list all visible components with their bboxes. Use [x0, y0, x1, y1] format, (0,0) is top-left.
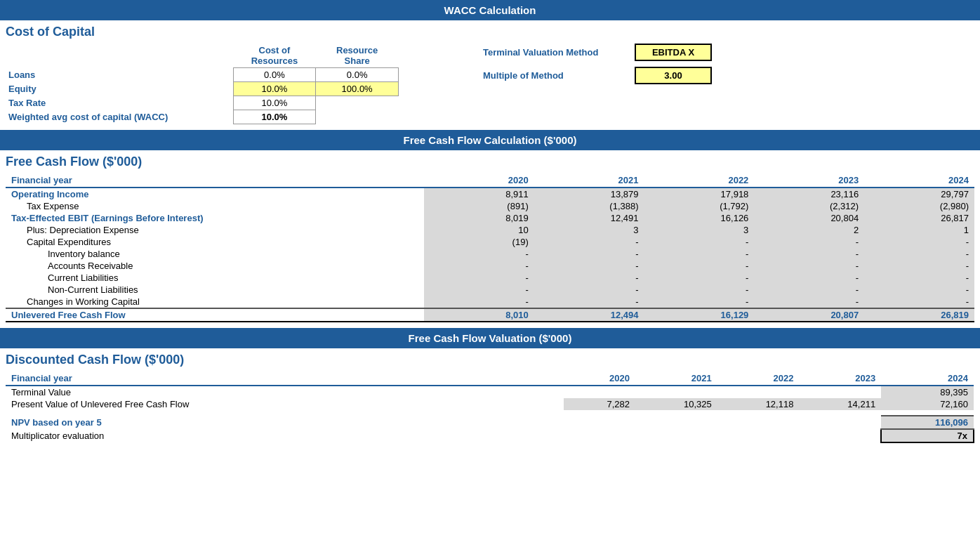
- fcf-val-8-1: -: [534, 272, 644, 284]
- fcf-val-4-1: 3: [534, 224, 644, 236]
- dcf-val-4-1: [635, 416, 717, 429]
- fcf-val-4-4: 1: [864, 224, 974, 236]
- fcf-col-2021: 2021: [534, 173, 644, 188]
- fcf-val-5-0: (19): [424, 236, 534, 248]
- col-header-cost: Cost ofResources: [233, 44, 316, 68]
- fcf-val-8-2: -: [644, 272, 755, 284]
- fcf-label-1: Operating Income: [6, 188, 424, 200]
- cost-row-cost-0: 0.0%: [233, 68, 316, 82]
- fcf-val-10-3: -: [754, 296, 864, 308]
- fcf-label-4: Plus: Depreciation Expense: [6, 224, 424, 236]
- fcf-label-7: Accounts Receivable: [6, 260, 424, 272]
- fcf-val-5-4: -: [864, 236, 974, 248]
- fcf-val-9-0: -: [424, 284, 534, 296]
- fcf-val-10-0: -: [424, 296, 534, 308]
- wacc-header: WACC Calculation: [0, 0, 980, 20]
- fcf-val-11-3: 20,807: [754, 308, 864, 322]
- fcf-val-9-1: -: [534, 284, 644, 296]
- fcf-val-6-0: -: [424, 248, 534, 260]
- fcf-val-4-2: 3: [644, 224, 755, 236]
- dcf-label-1: Terminal Value: [6, 386, 564, 398]
- cost-row-label-2: Tax Rate: [6, 96, 233, 110]
- cost-row-label-3: Weighted avg cost of capital (WACC): [6, 110, 233, 124]
- fcf-val-1-3: 23,116: [754, 188, 864, 200]
- fcf-table: Financial year 2020 2021 2022 2023 2024 …: [6, 173, 974, 322]
- fcf-val-11-1: 12,494: [534, 308, 644, 322]
- fcf-val-11-0: 8,010: [424, 308, 534, 322]
- fcf-val-1-2: 17,918: [644, 188, 755, 200]
- fcf-col-2023: 2023: [754, 173, 864, 188]
- dcf-val-1-0: [564, 386, 635, 398]
- fcf-val-3-1: 12,491: [534, 212, 644, 224]
- fcf-val-header: Free Cash Flow Valuation ($'000): [0, 328, 980, 348]
- terminal-method-value: EBITDA X: [635, 44, 712, 61]
- fcf-val-8-3: -: [754, 272, 864, 284]
- dcf-header-2: 2022: [717, 372, 800, 386]
- dcf-header-3: 2023: [799, 372, 881, 386]
- fcf-val-5-3: -: [754, 236, 864, 248]
- fcf-val-4-0: 10: [424, 224, 534, 236]
- fcf-val-3-3: 20,804: [754, 212, 864, 224]
- fcf-val-7-2: -: [644, 260, 755, 272]
- terminal-method-label: Terminal Valuation Method: [483, 47, 623, 58]
- cost-row-cost-3: 10.0%: [233, 110, 316, 124]
- fcf-col-2020: 2020: [424, 173, 534, 188]
- dcf-val-1-3: [799, 386, 881, 398]
- col-header-share: ResourceShare: [316, 44, 399, 68]
- dcf-val-5-2: [717, 429, 800, 442]
- dcf-val-4-2: [717, 416, 800, 429]
- fcf-val-7-1: -: [534, 260, 644, 272]
- fcf-label-6: Inventory balance: [6, 248, 424, 260]
- fcf-val-9-4: -: [864, 284, 974, 296]
- dcf-val-2-3: 14,211: [799, 398, 881, 410]
- fcf-val-7-3: -: [754, 260, 864, 272]
- terminal-multiple-value: 3.00: [635, 67, 712, 84]
- cost-row-label-0: Loans: [6, 68, 233, 82]
- fcf-val-6-4: -: [864, 248, 974, 260]
- dcf-header-1: 2021: [635, 372, 717, 386]
- dcf-val-1-1: [635, 386, 717, 398]
- fcf-val-2-2: (1,792): [644, 200, 755, 212]
- fcf-val-8-0: -: [424, 272, 534, 284]
- fcf-val-11-2: 16,129: [644, 308, 755, 322]
- dcf-section-title: Discounted Cash Flow ($'000): [0, 348, 980, 369]
- dcf-table: Financial year20202021202220232024Termin…: [6, 372, 974, 443]
- fcf-val-10-4: -: [864, 296, 974, 308]
- fcf-val-3-2: 16,126: [644, 212, 755, 224]
- terminal-section: Terminal Valuation Method EBITDA X Multi…: [483, 44, 712, 84]
- dcf-label-2: Present Value of Unlevered Free Cash Flo…: [6, 398, 564, 410]
- dcf-header-label: Financial year: [6, 372, 564, 386]
- fcf-val-11-4: 26,819: [864, 308, 974, 322]
- dcf-val-5-0: [564, 429, 635, 442]
- dcf-label-4: NPV based on year 5: [6, 416, 564, 429]
- cost-row-share-1: 100.0%: [316, 82, 399, 96]
- fcf-val-8-4: -: [864, 272, 974, 284]
- fcf-val-5-2: -: [644, 236, 755, 248]
- fcf-val-2-0: (891): [424, 200, 534, 212]
- dcf-val-2-0: 7,282: [564, 398, 635, 410]
- dcf-val-2-1: 10,325: [635, 398, 717, 410]
- terminal-multiple-label: Multiple of Method: [483, 70, 623, 81]
- fcf-calc-header: Free Cash Flow Calculation ($'000): [0, 130, 980, 150]
- dcf-val-5-4: 7x: [881, 429, 974, 442]
- dcf-val-5-3: [799, 429, 881, 442]
- fcf-val-9-2: -: [644, 284, 755, 296]
- fcf-val-7-4: -: [864, 260, 974, 272]
- fcf-label-2: Tax Expense: [6, 200, 424, 212]
- fcf-label-3: Tax-Effected EBIT (Earnings Before Inter…: [6, 212, 424, 224]
- fcf-val-2-4: (2,980): [864, 200, 974, 212]
- fcf-label-8: Current Liabilities: [6, 272, 424, 284]
- fcf-section-title: Free Cash Flow ($'000): [0, 150, 980, 171]
- dcf-header-0: 2020: [564, 372, 635, 386]
- dcf-val-4-4: 116,096: [881, 416, 974, 429]
- dcf-val-2-2: 12,118: [717, 398, 800, 410]
- cost-row-cost-2: 10.0%: [233, 96, 316, 110]
- cost-row-cost-1: 10.0%: [233, 82, 316, 96]
- fcf-val-10-2: -: [644, 296, 755, 308]
- fcf-col-2024: 2024: [864, 173, 974, 188]
- fcf-val-7-0: -: [424, 260, 534, 272]
- fcf-val-9-3: -: [754, 284, 864, 296]
- fcf-val-3-4: 26,817: [864, 212, 974, 224]
- fcf-col-2022: 2022: [644, 173, 755, 188]
- fcf-val-1-1: 13,879: [534, 188, 644, 200]
